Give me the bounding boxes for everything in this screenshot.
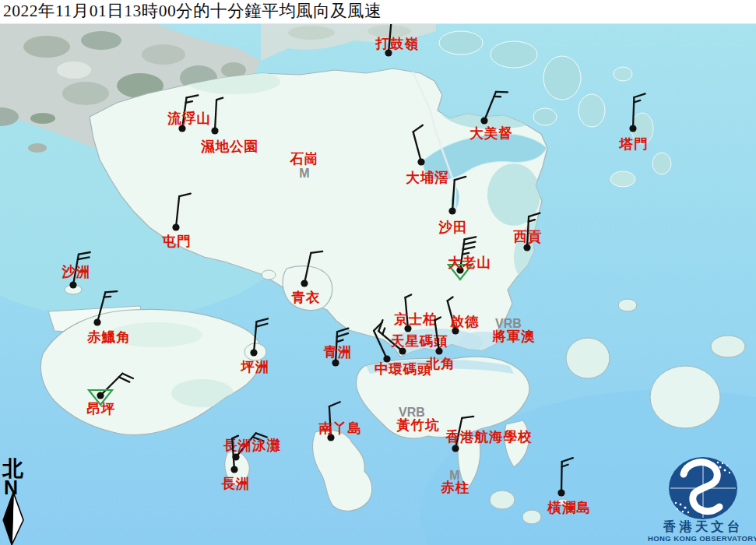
station-dot [172, 223, 179, 230]
station-label: 塔門 [619, 136, 649, 152]
station-label: 北角 [426, 356, 455, 371]
station-label: 黃竹坑 [396, 417, 440, 433]
small-island [522, 510, 541, 524]
clearwater-bay-island [566, 338, 610, 378]
station-dot [417, 158, 424, 165]
station-dot [399, 347, 406, 354]
station-label: 濕地公園 [200, 139, 258, 154]
hko-logo-name-en: HONG KONG OBSERVATORY [648, 534, 756, 543]
small-island [618, 299, 637, 311]
station-label: 坪洲 [241, 359, 270, 374]
station-label: 青洲 [323, 344, 353, 360]
station-dot [250, 349, 257, 356]
station-label: 赤鱲角 [86, 329, 131, 345]
north-letter: N [4, 476, 18, 498]
small-island [610, 171, 635, 187]
ninepin-island [711, 336, 745, 357]
station-label: 大埔滘 [406, 170, 449, 185]
station-label: 打鼓嶺 [374, 36, 419, 51]
wind-map-page: 打鼓嶺流浮山濕地公園M石崗大美督塔門大埔滘沙田屯門西貢沙洲大老山青衣赤鱲角京士柏… [0, 0, 756, 545]
station-label: 京士柏 [393, 311, 438, 327]
station-label: 中環碼頭 [374, 361, 432, 377]
hong-kong-wind-map: 打鼓嶺流浮山濕地公園M石崗大美督塔門大埔滘沙田屯門西貢沙洲大老山青衣赤鱲角京士柏… [0, 0, 756, 545]
station-dot [480, 117, 487, 124]
station-label: 青衣 [291, 290, 321, 305]
station-label: 橫瀾島 [547, 500, 591, 515]
station-label: 長洲 [221, 476, 251, 491]
wind-barb-feather [496, 92, 508, 93]
station-label: 沙田 [438, 220, 468, 235]
station-dot [97, 392, 104, 399]
wind-barb-feather [105, 291, 117, 292]
po-toi-island [490, 490, 515, 509]
station-dot [69, 281, 76, 288]
station-dot [301, 280, 308, 287]
hko-logo-name-zh: 香港天文台 [663, 519, 744, 534]
station-dot [435, 347, 442, 354]
station-dot [557, 489, 564, 496]
east-island [650, 366, 720, 428]
station-dot [523, 244, 530, 251]
station-dot [178, 125, 185, 132]
station-dot [452, 445, 459, 452]
station-label: 大美督 [469, 125, 513, 141]
station-label: 香港航海學校 [445, 429, 533, 445]
station-dot [332, 359, 339, 366]
station-label: 大老山 [448, 255, 491, 270]
station-label: 石崗 [290, 151, 319, 167]
station-label: 啟德 [450, 314, 480, 329]
station-label: 天星碼頭 [390, 333, 448, 349]
station-dot [448, 207, 455, 214]
grass-island [652, 153, 671, 174]
station-dot [629, 125, 636, 132]
station-dot [230, 466, 237, 473]
map-title: 2022年11月01日13時00分的十分鐘平均風向及風速 [0, 0, 756, 23]
station-label: 流浮山 [167, 111, 211, 126]
station-label: 南丫島 [318, 420, 362, 436]
station-label: 沙洲 [62, 264, 91, 280]
station-note: M [299, 167, 309, 180]
station-label: 昂坪 [87, 401, 116, 417]
title-bar: 2022年11月01日13時00分的十分鐘平均風向及風速 [0, 0, 756, 24]
ma-wan-island [262, 270, 276, 280]
wind-barb-feather [104, 297, 111, 297]
station-label: 西貢 [513, 229, 543, 244]
station-label: 赤柱 [441, 480, 470, 495]
station-label: 將軍澳 [491, 329, 536, 344]
station-label: 屯門 [162, 234, 192, 249]
station-dot [93, 318, 100, 325]
station-dot [211, 127, 218, 134]
